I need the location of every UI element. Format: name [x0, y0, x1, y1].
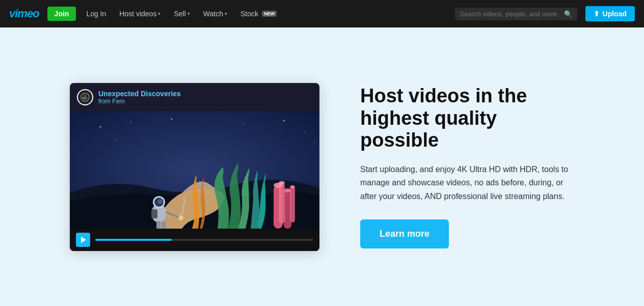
svg-point-20 [279, 181, 285, 184]
nav-sell[interactable]: Sell ▾ [169, 7, 195, 21]
hero-title: Host videos in the highest quality possi… [360, 85, 574, 152]
learn-more-button[interactable]: Learn more [360, 219, 449, 248]
chevron-down-icon: ▾ [225, 11, 227, 16]
search-input[interactable] [460, 10, 560, 18]
chevron-down-icon: ▾ [187, 11, 190, 16]
video-from: from Fern [98, 98, 181, 105]
nav-login[interactable]: Log In [81, 7, 111, 21]
svg-rect-16 [279, 183, 285, 224]
svg-rect-17 [290, 187, 295, 222]
new-badge: NEW [262, 11, 277, 17]
hero-description: Start uploading, and enjoy 4K Ultra HD w… [360, 163, 574, 203]
text-section: Host videos in the highest quality possi… [360, 85, 574, 248]
play-button[interactable] [76, 233, 90, 247]
video-title: Unexpected Discoveries [98, 90, 181, 98]
navbar: vimeo Join Log In Host videos ▾ Sell ▾ W… [0, 0, 644, 27]
svg-point-9 [243, 124, 244, 125]
avatar [77, 89, 93, 105]
progress-fill [95, 239, 172, 241]
svg-point-7 [130, 121, 131, 122]
vimeo-logo: vimeo [9, 7, 39, 20]
upload-button[interactable]: ⬆ Upload [585, 6, 635, 21]
svg-point-10 [283, 120, 285, 121]
main-content: Unexpected Discoveries from Fern [0, 27, 644, 306]
svg-point-8 [171, 118, 172, 119]
progress-bar[interactable] [95, 239, 313, 241]
svg-point-25 [157, 199, 163, 204]
upload-icon: ⬆ [594, 10, 600, 18]
svg-rect-26 [151, 209, 157, 218]
search-bar: 🔍 [455, 8, 577, 20]
svg-rect-29 [156, 221, 160, 229]
join-button[interactable]: Join [47, 7, 76, 21]
svg-rect-30 [162, 221, 166, 229]
play-icon [81, 237, 86, 243]
svg-point-6 [100, 126, 101, 127]
svg-point-12 [314, 141, 315, 142]
nav-stock[interactable]: Stock NEW [235, 7, 282, 21]
video-thumbnail [70, 112, 319, 229]
search-icon: 🔍 [564, 10, 572, 18]
nav-host-videos[interactable]: Host videos ▾ [114, 7, 166, 21]
svg-point-13 [115, 139, 116, 140]
svg-point-28 [178, 215, 183, 220]
video-header: Unexpected Discoveries from Fern [70, 83, 319, 112]
chevron-down-icon: ▾ [158, 11, 160, 16]
svg-point-21 [290, 185, 295, 188]
video-controls [70, 229, 319, 251]
video-card: Unexpected Discoveries from Fern [70, 83, 319, 251]
svg-point-11 [304, 131, 305, 132]
nav-watch[interactable]: Watch ▾ [198, 7, 232, 21]
svg-point-19 [284, 188, 291, 192]
